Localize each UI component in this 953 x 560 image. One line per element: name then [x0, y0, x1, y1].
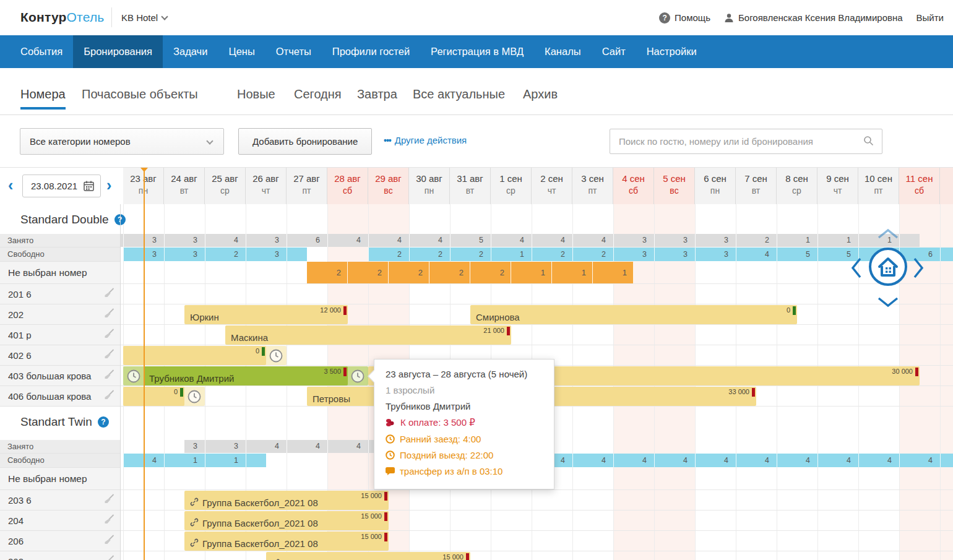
booking-bar[interactable]: Смирнова0 — [470, 305, 797, 324]
help-link[interactable]: ?Помощь — [659, 12, 710, 24]
nav-item-Настройки[interactable]: Настройки — [636, 35, 707, 68]
tab-Почасовые объекты[interactable]: Почасовые объекты — [82, 87, 198, 101]
row-label-free: Свободно — [0, 454, 121, 468]
day-header-9 сен[interactable]: 9 сенчт — [817, 168, 858, 205]
hotel-selector[interactable]: KB Hotel — [121, 12, 167, 23]
nav-item-Бронирования[interactable]: Бронирования — [73, 35, 163, 68]
occupied-count: 4 — [205, 234, 246, 247]
add-booking-button[interactable]: Добавить бронирование — [238, 128, 372, 155]
nav-item-Каналы[interactable]: Каналы — [534, 35, 592, 68]
room-name: 202 — [8, 556, 101, 560]
day-header-8 сен[interactable]: 8 сенср — [777, 168, 817, 205]
booking-bar[interactable]: Группа Баскетбол_2021 0815 000 — [184, 491, 389, 510]
nav-item-Отчеты[interactable]: Отчеты — [265, 35, 322, 68]
weekday-label: вт — [736, 186, 776, 196]
band-separator — [287, 248, 287, 261]
cleaning-broom-icon[interactable] — [104, 308, 114, 321]
day-header-27 авг[interactable]: 27 авгпт — [287, 168, 327, 205]
unassigned-cell[interactable]: 2 — [429, 262, 470, 283]
weekday-label: вт — [164, 186, 204, 196]
cleaning-broom-icon[interactable] — [104, 514, 114, 527]
section-help-icon[interactable]: ? — [98, 416, 109, 428]
red-payment-flag — [343, 306, 347, 315]
cleaning-broom-icon[interactable] — [104, 390, 114, 403]
sub-tabs: НомераПочасовые объектыНовыеСегодняЗавтр… — [0, 68, 953, 115]
day-header-12[interactable]: 12 — [940, 168, 953, 205]
tab-Номера[interactable]: Номера — [20, 87, 66, 110]
day-header-2 сен[interactable]: 2 сенчт — [532, 168, 572, 205]
booking-bar[interactable]: Юркин12 000 — [184, 305, 348, 324]
booking-bar[interactable]: Группа Баскетбол_2021 0815 000 — [184, 511, 389, 530]
category-filter-select[interactable]: Все категории номеров — [20, 128, 224, 155]
cleaning-broom-icon[interactable] — [104, 288, 114, 301]
nav-item-Регистрация в МВД[interactable]: Регистрация в МВД — [420, 35, 534, 68]
user-menu[interactable]: Богоявленская Ксения Владимировна — [724, 12, 903, 23]
unassigned-cell[interactable]: 1 — [593, 262, 634, 283]
booking-price: 15 000 — [442, 553, 464, 560]
day-header-24 авг[interactable]: 24 авгвт — [164, 168, 205, 205]
booking-bar[interactable]: Трубников Дмитрий3 500 — [144, 366, 348, 386]
cleaning-broom-icon[interactable] — [104, 349, 114, 362]
room-name: 403 большая крова — [8, 371, 101, 381]
cleaning-broom-icon[interactable] — [104, 555, 114, 560]
day-header-28 авг[interactable]: 28 авгсб — [327, 168, 368, 205]
day-header-11 сен[interactable]: 11 сенсб — [899, 168, 940, 205]
search-input[interactable] — [610, 129, 882, 154]
nav-item-События[interactable]: События — [10, 35, 73, 68]
tab-Завтра[interactable]: Завтра — [357, 87, 397, 101]
free-count: 1 — [205, 454, 246, 467]
occupied-count: 3 — [205, 440, 246, 453]
next-date-arrow[interactable]: › — [106, 176, 111, 194]
weekday-label: пт — [858, 186, 899, 196]
day-header-1 сен[interactable]: 1 сенср — [491, 168, 532, 205]
prev-date-arrow[interactable]: ‹ — [8, 176, 13, 194]
cleaning-broom-icon[interactable] — [104, 369, 114, 382]
nav-item-Сайт[interactable]: Сайт — [592, 35, 636, 68]
cleaning-broom-icon[interactable] — [104, 329, 114, 342]
day-header-31 авг[interactable]: 31 авгвт — [450, 168, 491, 205]
day-header-4 сен[interactable]: 4 сенсб — [613, 168, 654, 205]
day-header-6 сен[interactable]: 6 сенпн — [695, 168, 736, 205]
day-header-26 авг[interactable]: 26 авгчт — [246, 168, 287, 205]
day-header-10 сен[interactable]: 10 сенпт — [858, 168, 899, 205]
nav-item-Задачи[interactable]: Задачи — [163, 35, 218, 68]
coins-icon — [386, 418, 395, 427]
unassigned-cell[interactable]: 2 — [307, 262, 348, 283]
day-label: 31 авг — [450, 173, 490, 184]
unassigned-cell[interactable]: 2 — [470, 262, 511, 283]
tab-Все актуальные[interactable]: Все актуальные — [413, 87, 505, 101]
free-count: 2 — [532, 248, 572, 261]
unassigned-cell[interactable]: 2 — [348, 262, 389, 283]
green-payment-flag — [793, 306, 796, 315]
day-header-30 авг[interactable]: 30 авгпн — [409, 168, 450, 205]
booking-bar[interactable]: Маскина21 000 — [225, 325, 511, 345]
tab-Сегодня[interactable]: Сегодня — [294, 87, 342, 101]
weekday-label: сб — [899, 186, 939, 196]
day-header-7 сен[interactable]: 7 сенвт — [736, 168, 777, 205]
day-header-5 сен[interactable]: 5 сенвс — [654, 168, 695, 205]
booking-bar[interactable]: Группа Баскетбол_2021 0815 000 — [266, 552, 470, 560]
booking-guest-name: Трубников Дмитрий — [149, 373, 234, 384]
booking-bar[interactable]: Группа Баскетбол_2021 0815 000 — [184, 532, 389, 551]
day-header-25 авг[interactable]: 25 авгср — [205, 168, 246, 205]
logout-link[interactable]: Выйти — [916, 12, 944, 23]
booking-bar[interactable]: 0 — [123, 387, 184, 406]
go-home-button[interactable] — [869, 248, 907, 286]
day-header-3 сен[interactable]: 3 сенпт — [572, 168, 613, 205]
occupied-count: 2 — [736, 234, 777, 247]
cleaning-broom-icon[interactable] — [104, 535, 114, 548]
unassigned-cell[interactable]: 2 — [389, 262, 429, 283]
day-header-29 авг[interactable]: 29 авгвс — [368, 168, 409, 205]
free-count: 2 — [205, 248, 246, 261]
unassigned-cell[interactable]: 1 — [511, 262, 552, 283]
cleaning-broom-icon[interactable] — [104, 494, 114, 507]
nav-item-Цены[interactable]: Цены — [218, 35, 265, 68]
nav-item-Профили гостей[interactable]: Профили гостей — [322, 35, 420, 68]
day-label: 12 — [940, 173, 953, 184]
more-actions-link[interactable]: •••Другие действия — [384, 135, 467, 145]
date-input[interactable]: 23.08.2021 — [22, 174, 101, 197]
tab-Новые[interactable]: Новые — [237, 87, 275, 101]
occupied-count: 3 — [164, 234, 205, 247]
unassigned-cell[interactable]: 1 — [552, 262, 593, 283]
tab-Архив[interactable]: Архив — [523, 87, 558, 101]
